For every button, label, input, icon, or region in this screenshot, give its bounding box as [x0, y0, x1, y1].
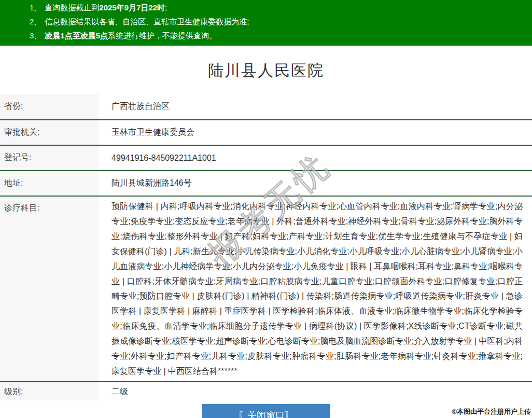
table-row-medical-departments: 诊疗科目: 预防保健科 | 内科;呼吸内科专业;消化内科专业;神经内科专业;心血… — [0, 196, 532, 381]
close-window-button[interactable]: 〖关闭窗口〗 — [202, 404, 330, 418]
notice-text: 查询数据截止到 — [45, 3, 99, 12]
row-value: 预防保健科 | 内科;呼吸内科专业;消化内科专业;神经内科专业;心血管内科专业;… — [99, 197, 532, 381]
row-label: 登记号: — [0, 146, 99, 170]
notice-line-1: 1、查询数据截止到2025年9月7日22时; — [30, 1, 532, 15]
row-label: 级别: — [0, 382, 99, 400]
table-row-address: 地址: 陆川县城新洲路146号 — [0, 170, 532, 196]
row-label: 审批机关: — [0, 120, 99, 145]
notice-text: ; — [165, 3, 167, 12]
row-value: 玉林市卫生健康委员会 — [99, 120, 532, 145]
notice-line-2: 2、信息数据结果以各省、自治区、直辖市卫生健康委数据为准; — [30, 15, 532, 29]
upload-credit: ©本图由平台注册用户上传 — [452, 407, 531, 416]
row-label: 省份: — [0, 94, 99, 119]
notice-number: 2、 — [30, 17, 41, 26]
page-title: 陆川县人民医院 — [0, 60, 532, 81]
notice-text: 信息数据结果以各省、自治区、直辖市卫生健康委数据为准; — [45, 17, 249, 26]
notice-number: 1、 — [30, 3, 41, 12]
row-value: 广西壮族自治区 — [99, 94, 532, 119]
hospital-info-table: 省份: 广西壮族自治区 审批机关: 玉林市卫生健康委员会 登记号: 499419… — [0, 94, 532, 400]
notice-bold-text: 2025年9月7日22时 — [99, 3, 165, 12]
notice-bold-text: 凌晨1点至凌晨5点 — [45, 31, 108, 40]
table-row-approval-authority: 审批机关: 玉林市卫生健康委员会 — [0, 119, 532, 145]
notice-bar: 1、查询数据截止到2025年9月7日22时; 2、信息数据结果以各省、自治区、直… — [0, 0, 532, 46]
notice-number: 3、 — [30, 31, 41, 40]
table-row-level: 级别: 二级 — [0, 381, 532, 400]
row-value: 二级 — [99, 382, 532, 400]
notice-line-3: 3、凌晨1点至凌晨5点系统进行维护，不能提供查询。 — [30, 29, 532, 43]
row-label: 诊疗科目: — [0, 197, 99, 381]
notice-text: 系统进行维护，不能提供查询。 — [108, 31, 217, 40]
row-value: 49941916-845092211A1001 — [99, 146, 532, 170]
table-row-province: 省份: 广西壮族自治区 — [0, 94, 532, 119]
row-value: 陆川县城新洲路146号 — [99, 171, 532, 196]
row-label: 地址: — [0, 171, 99, 196]
table-row-registration-number: 登记号: 49941916-845092211A1001 — [0, 145, 532, 170]
